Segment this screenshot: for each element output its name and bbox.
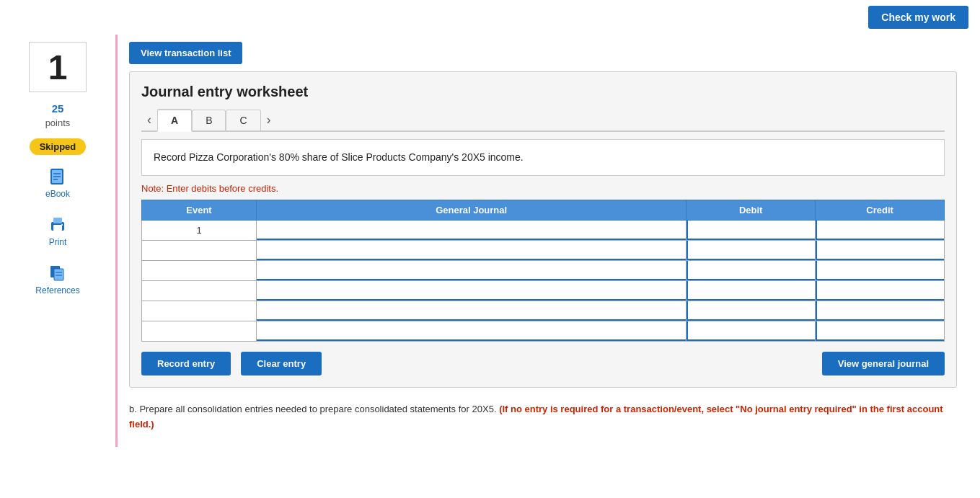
worksheet-container: Journal entry worksheet ‹ A B C › Record… xyxy=(129,71,957,388)
debit-cell[interactable] xyxy=(687,301,816,321)
buttons-row: Record entry Clear entry View general jo… xyxy=(141,352,945,375)
tab-next-arrow[interactable]: › xyxy=(261,110,277,130)
table-row xyxy=(142,281,945,301)
col-event: Event xyxy=(142,200,257,221)
bottom-text: b. Prepare all consolidation entries nee… xyxy=(129,402,957,432)
svg-rect-7 xyxy=(53,218,62,223)
col-general-journal: General Journal xyxy=(257,200,687,221)
table-row xyxy=(142,321,945,342)
table-row xyxy=(142,261,945,281)
print-icon xyxy=(48,215,68,235)
table-row: 1 xyxy=(142,221,945,241)
debit-cell[interactable] xyxy=(687,281,816,301)
content-area: View transaction list Journal entry work… xyxy=(115,35,980,447)
worksheet-title: Journal entry worksheet xyxy=(141,84,945,100)
journal-cell[interactable] xyxy=(257,321,687,342)
journal-cell[interactable] xyxy=(257,301,687,321)
points-label: points xyxy=(45,117,71,128)
journal-input[interactable] xyxy=(257,241,686,260)
event-cell xyxy=(142,281,257,301)
credit-input[interactable] xyxy=(816,221,944,240)
credit-cell[interactable] xyxy=(816,321,945,342)
debit-input[interactable] xyxy=(687,281,815,301)
journal-input[interactable] xyxy=(257,281,686,301)
credit-input[interactable] xyxy=(816,321,944,341)
print-label: Print xyxy=(49,237,67,247)
debit-input[interactable] xyxy=(687,241,815,260)
event-cell xyxy=(142,301,257,321)
journal-cell[interactable] xyxy=(257,221,687,241)
debit-input[interactable] xyxy=(687,261,815,280)
tab-prev-arrow[interactable]: ‹ xyxy=(141,110,157,130)
question-number-box: 1 xyxy=(29,42,87,92)
credit-input[interactable] xyxy=(816,281,944,301)
ebook-icon xyxy=(48,166,68,187)
ebook-label: eBook xyxy=(45,189,70,199)
journal-input[interactable] xyxy=(257,261,686,280)
credit-cell[interactable] xyxy=(816,301,945,321)
svg-rect-8 xyxy=(61,224,63,226)
event-cell: 1 xyxy=(142,221,257,241)
debit-cell[interactable] xyxy=(687,241,816,261)
credit-cell[interactable] xyxy=(816,221,945,241)
view-transaction-button[interactable]: View transaction list xyxy=(129,42,242,64)
svg-rect-10 xyxy=(54,269,63,280)
print-button[interactable]: Print xyxy=(40,210,75,252)
table-row xyxy=(142,301,945,321)
clear-entry-button[interactable]: Clear entry xyxy=(241,352,322,375)
credit-cell[interactable] xyxy=(816,281,945,301)
tabs-row: ‹ A B C › xyxy=(141,109,945,132)
journal-cell[interactable] xyxy=(257,281,687,301)
credit-cell[interactable] xyxy=(816,261,945,281)
credit-input[interactable] xyxy=(816,241,944,260)
svg-rect-6 xyxy=(53,225,62,231)
journal-cell[interactable] xyxy=(257,241,687,261)
note-text: Note: Enter debits before credits. xyxy=(141,183,945,194)
journal-input[interactable] xyxy=(257,221,686,240)
event-cell xyxy=(142,241,257,261)
debit-input[interactable] xyxy=(687,221,815,240)
journal-input[interactable] xyxy=(257,321,686,341)
event-cell xyxy=(142,261,257,281)
debit-input[interactable] xyxy=(687,321,815,341)
debit-cell[interactable] xyxy=(687,261,816,281)
skipped-badge: Skipped xyxy=(30,138,87,155)
credit-cell[interactable] xyxy=(816,241,945,261)
instruction-text: Record Pizza Corporation's 80% share of … xyxy=(154,151,524,163)
instruction-box: Record Pizza Corporation's 80% share of … xyxy=(141,139,945,176)
points-value: 25 xyxy=(52,102,64,115)
bottom-normal-text: b. Prepare all consolidation entries nee… xyxy=(129,404,497,414)
tab-c[interactable]: C xyxy=(226,110,260,130)
col-debit: Debit xyxy=(687,200,816,221)
ebook-button[interactable]: eBook xyxy=(38,162,77,203)
references-label: References xyxy=(35,285,79,295)
view-general-journal-button[interactable]: View general journal xyxy=(822,352,945,375)
references-icon xyxy=(48,263,68,283)
credit-input[interactable] xyxy=(816,301,944,321)
tab-b[interactable]: B xyxy=(192,110,226,130)
credit-input[interactable] xyxy=(816,261,944,280)
table-row xyxy=(142,241,945,261)
event-cell xyxy=(142,321,257,342)
left-sidebar: 1 25 points Skipped eBook Print xyxy=(0,35,115,447)
debit-cell[interactable] xyxy=(687,321,816,342)
journal-table: Event General Journal Debit Credit 1 xyxy=(141,200,945,342)
record-entry-button[interactable]: Record entry xyxy=(141,352,231,375)
journal-cell[interactable] xyxy=(257,261,687,281)
question-number: 1 xyxy=(48,48,68,87)
debit-input[interactable] xyxy=(687,301,815,321)
debit-cell[interactable] xyxy=(687,221,816,241)
references-button[interactable]: References xyxy=(28,259,87,300)
journal-input[interactable] xyxy=(257,301,686,321)
tab-a[interactable]: A xyxy=(157,109,192,132)
col-credit: Credit xyxy=(816,200,945,221)
check-my-work-button[interactable]: Check my work xyxy=(868,6,968,29)
